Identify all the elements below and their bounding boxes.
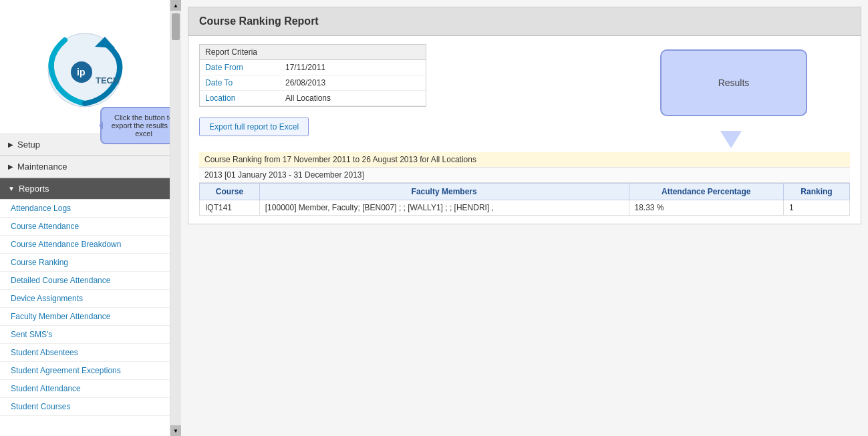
col-ranking: Ranking <box>783 184 849 200</box>
data-section: Course Ranking from 17 November 2011 to … <box>199 152 850 216</box>
col-attendance: Attendance Percentage <box>629 184 783 200</box>
cell-course: IQT141 <box>200 200 260 216</box>
maintenance-header[interactable]: ▶ Maintenance <box>0 156 170 178</box>
nav-item-course-ranking[interactable]: Course Ranking <box>0 254 170 272</box>
nav-item-detailed-course-attendance[interactable]: Detailed Course Attendance <box>0 272 170 290</box>
report-container: Course Ranking Report Report Criteria Da… <box>188 7 861 224</box>
cell-faculty: [100000] Member, Faculty; [BEN007] ; ; [… <box>259 200 629 216</box>
ranking-summary: Course Ranking from 17 November 2011 to … <box>199 152 850 168</box>
nav-item-course-attendance[interactable]: Course Attendance <box>0 218 170 236</box>
criteria-date-from: Date From 17/11/2011 <box>200 60 426 75</box>
main-content: Course Ranking Report Report Criteria Da… <box>181 0 868 436</box>
nav-item-student-agreement-exceptions[interactable]: Student Agreement Exceptions <box>0 362 170 380</box>
cell-attendance: 18.33 % <box>629 200 783 216</box>
nav-item-course-attendance-breakdown[interactable]: Course Attendance Breakdown <box>0 236 170 254</box>
reports-header[interactable]: ▼ Reports <box>0 178 170 200</box>
scrollbar[interactable]: ▲ ▼ <box>170 0 181 436</box>
criteria-box: Report Criteria Date From 17/11/2011 Dat… <box>199 44 426 107</box>
export-excel-button[interactable]: Export full report to Excel <box>199 118 309 136</box>
year-row: 2013 [01 January 2013 - 31 December 2013… <box>199 168 850 183</box>
table-header-row: Course Faculty Members Attendance Percen… <box>200 184 850 200</box>
svg-text:TECH: TECH <box>96 75 119 85</box>
nav-item-faculty-member-attendance[interactable]: Faculty Member Attendance <box>0 308 170 326</box>
report-title: Course Ranking Report <box>188 7 861 36</box>
report-body: Report Criteria Date From 17/11/2011 Dat… <box>188 36 861 224</box>
nav-item-student-attendance[interactable]: Student Attendance <box>0 380 170 398</box>
logo-image: ip TECH <box>31 13 138 120</box>
criteria-header: Report Criteria <box>200 45 426 60</box>
table-row: IQT141 [100000] Member, Faculty; [BEN007… <box>200 200 850 216</box>
scroll-thumb[interactable] <box>172 13 180 40</box>
criteria-location: Location All Locations <box>200 91 426 106</box>
tooltip-bubble: Click the button to export the results t… <box>100 107 170 144</box>
nav-item-student-courses[interactable]: Student Courses <box>0 398 170 416</box>
reports-arrow-icon: ▼ <box>8 185 15 192</box>
reports-nav-items: Attendance Logs Course Attendance Course… <box>0 200 170 416</box>
cell-ranking: 1 <box>783 200 849 216</box>
col-course: Course <box>200 184 260 200</box>
criteria-date-to: Date To 26/08/2013 <box>200 75 426 91</box>
scroll-down-arrow[interactable]: ▼ <box>170 425 181 436</box>
results-bubble: Results <box>660 49 807 116</box>
nav-section-reports: ▼ Reports Attendance Logs Course Attenda… <box>0 178 170 416</box>
scroll-up-arrow[interactable]: ▲ <box>170 0 181 11</box>
nav-item-attendance-logs[interactable]: Attendance Logs <box>0 200 170 218</box>
logo-area: ip TECH Click the button to export the r… <box>0 0 170 134</box>
nav-item-sent-sms[interactable]: Sent SMS's <box>0 326 170 344</box>
setup-arrow-icon: ▶ <box>8 141 13 148</box>
nav-item-device-assignments[interactable]: Device Assignments <box>0 290 170 308</box>
col-faculty: Faculty Members <box>259 184 629 200</box>
sidebar: ip TECH Click the button to export the r… <box>0 0 170 436</box>
results-table: Course Faculty Members Attendance Percen… <box>199 183 850 216</box>
svg-text:ip: ip <box>77 67 85 77</box>
maintenance-arrow-icon: ▶ <box>8 163 13 170</box>
nav-item-student-absentees[interactable]: Student Absentees <box>0 344 170 362</box>
nav-section-maintenance: ▶ Maintenance <box>0 156 170 178</box>
